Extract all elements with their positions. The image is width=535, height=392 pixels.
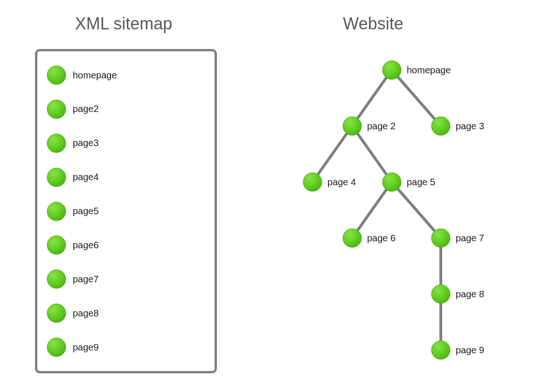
tree-edge	[358, 77, 387, 118]
tree-node-icon	[431, 229, 450, 247]
tree-node-label: page 2	[367, 121, 396, 132]
tree-node-icon	[343, 117, 361, 135]
sitemap-item-label: page6	[73, 240, 99, 251]
svg-point-3	[47, 168, 66, 187]
sitemap-item: page4	[47, 168, 205, 187]
svg-point-7	[47, 304, 66, 322]
sitemap-item-label: page2	[73, 104, 99, 114]
tree-node-label: page 7	[456, 233, 484, 244]
sitemap-item-label: page5	[73, 206, 99, 217]
svg-point-8	[47, 338, 66, 357]
page-node-icon	[47, 269, 66, 289]
sitemap-item-label: homepage	[73, 70, 117, 81]
tree-node-icon	[431, 341, 450, 359]
tree-edge	[398, 77, 435, 119]
sitemap-item: page9	[47, 337, 205, 357]
sitemap-list: homepagepage2page3page4page5page6page7pa…	[47, 65, 205, 357]
page-node-icon	[47, 337, 66, 357]
sitemap-item-label: page3	[73, 138, 99, 148]
page-node-icon	[47, 65, 66, 85]
tree-edge	[318, 133, 347, 174]
tree-node-icon	[431, 117, 450, 135]
page-node-icon	[47, 168, 66, 187]
tree-node-icon	[431, 285, 450, 303]
sitemap-item: page7	[47, 269, 205, 289]
sitemap-item: page3	[47, 133, 205, 153]
tree-node-icon	[303, 173, 322, 191]
website-tree: homepagepage 2page 3page 4page 5page 6pa…	[275, 51, 518, 378]
sitemap-item-label: page8	[73, 308, 99, 319]
sitemap-item: page5	[47, 202, 205, 221]
sitemap-item: page6	[47, 235, 205, 255]
tree-node-icon	[382, 61, 401, 79]
page-node-icon	[47, 202, 66, 221]
diagram-canvas: XML sitemap Website homepagepage2page3pa…	[0, 0, 535, 392]
sitemap-item-label: page9	[73, 342, 99, 353]
tree-edge	[358, 189, 387, 230]
page-node-icon	[47, 99, 66, 119]
sitemap-title: XML sitemap	[70, 14, 177, 34]
svg-point-5	[47, 236, 66, 254]
sitemap-item: page2	[47, 99, 205, 119]
tree-node-label: page 8	[456, 289, 484, 300]
website-title: Website	[336, 14, 410, 34]
tree-edge	[398, 189, 435, 231]
svg-point-4	[47, 202, 66, 221]
page-node-icon	[47, 133, 66, 153]
svg-point-2	[47, 134, 66, 153]
sitemap-item-label: page4	[73, 172, 99, 182]
sitemap-item-label: page7	[73, 274, 99, 285]
tree-node-label: page 6	[367, 233, 396, 244]
tree-node-icon	[343, 229, 361, 247]
tree-node-label: page 9	[456, 345, 484, 356]
tree-node-label: page 5	[407, 177, 435, 188]
tree-node-icon	[382, 173, 401, 191]
tree-node-label: page 4	[327, 177, 356, 188]
sitemap-item: page8	[47, 303, 205, 323]
svg-point-0	[47, 66, 66, 84]
tree-edge	[358, 133, 387, 174]
page-node-icon	[47, 235, 66, 255]
sitemap-item: homepage	[47, 65, 205, 85]
tree-svg	[275, 51, 518, 378]
tree-node-label: homepage	[407, 65, 451, 76]
svg-point-6	[47, 270, 66, 288]
sitemap-box: homepagepage2page3page4page5page6page7pa…	[35, 49, 217, 373]
tree-node-label: page 3	[456, 121, 484, 132]
svg-point-1	[47, 100, 66, 119]
page-node-icon	[47, 303, 66, 323]
